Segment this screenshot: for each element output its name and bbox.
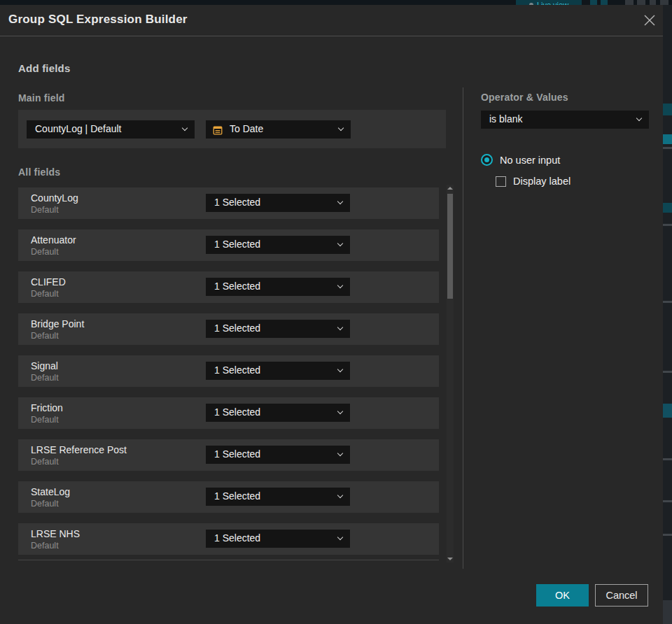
field-row: Friction Default 1 Selected	[18, 397, 439, 429]
close-button[interactable]	[640, 12, 659, 30]
main-field-select[interactable]: CountyLog | Default	[27, 120, 195, 139]
main-field-select-value: CountyLog | Default	[35, 123, 122, 134]
field-name: Attenuator	[31, 234, 76, 246]
ok-button[interactable]: OK	[536, 584, 589, 607]
field-selection-value: 1 Selected	[214, 197, 260, 208]
field-subtype: Default	[31, 457, 59, 467]
field-selection-select[interactable]: 1 Selected	[206, 278, 350, 296]
chevron-down-icon	[337, 325, 343, 330]
chevron-down-icon	[337, 534, 343, 540]
chevron-down-icon	[337, 367, 343, 372]
background-app-right-strip	[663, 5, 672, 624]
background-fragment	[663, 500, 672, 502]
all-fields-list: CountyLog Default 1 Selected Attenuator …	[18, 187, 439, 560]
checkbox-icon[interactable]	[496, 176, 506, 187]
background-fragment	[663, 458, 672, 460]
background-fragment	[590, 0, 597, 5]
main-field-panel: CountyLog | Default To Date	[18, 110, 446, 148]
main-field-label: Main field	[18, 92, 65, 104]
field-selection-value: 1 Selected	[214, 532, 260, 544]
no-user-input-option[interactable]: No user input	[481, 154, 560, 166]
display-label-option[interactable]: Display label	[496, 176, 570, 187]
field-selection-select[interactable]: 1 Selected	[206, 530, 350, 548]
background-fragment	[650, 0, 656, 5]
field-subtype: Default	[31, 415, 59, 425]
field-row: CountyLog Default 1 Selected	[18, 187, 439, 219]
dialog-header: Group SQL Expression Builder	[0, 5, 663, 36]
field-selection-select[interactable]: 1 Selected	[206, 404, 350, 422]
field-subtype: Default	[31, 205, 59, 215]
scroll-down-icon[interactable]	[447, 558, 453, 560]
background-fragment	[663, 104, 672, 115]
background-fragment	[663, 224, 672, 226]
scroll-up-icon[interactable]	[447, 187, 453, 190]
field-name: CLIFED	[31, 276, 66, 288]
background-fragment	[663, 203, 672, 213]
background-app-top-strip: Live view	[0, 0, 672, 5]
field-name: Signal	[31, 360, 58, 371]
background-fragment	[663, 600, 672, 624]
field-subtype: Default	[31, 373, 59, 383]
group-sql-expression-builder-dialog: Group SQL Expression Builder Add fields …	[0, 5, 663, 624]
no-user-input-label: No user input	[500, 155, 560, 166]
field-row: LRSE NHS Default 1 Selected	[18, 523, 439, 555]
main-field-value-select[interactable]: To Date	[206, 120, 351, 139]
field-name: Friction	[31, 402, 63, 413]
calendar-date-icon	[212, 124, 223, 135]
field-name: StateLog	[31, 486, 70, 497]
radio-button-icon[interactable]	[481, 154, 493, 166]
field-selection-select[interactable]: 1 Selected	[206, 446, 350, 464]
scrollbar-thumb[interactable]	[447, 194, 453, 299]
background-fragment	[663, 147, 672, 149]
field-name: CountyLog	[31, 192, 78, 204]
cancel-button[interactable]: Cancel	[595, 584, 648, 607]
chevron-down-icon	[337, 409, 343, 414]
field-selection-value: 1 Selected	[214, 364, 260, 376]
chevron-down-icon	[338, 125, 344, 131]
field-subtype: Default	[31, 289, 59, 299]
all-fields-label: All fields	[18, 166, 60, 178]
field-row: Bridge Point Default 1 Selected	[18, 313, 439, 345]
field-selection-select[interactable]: 1 Selected	[206, 236, 350, 254]
chevron-down-icon	[337, 492, 343, 498]
field-row: StateLog Default 1 Selected	[18, 481, 439, 513]
background-fragment	[663, 404, 672, 418]
background-fragment	[660, 0, 668, 5]
field-selection-value: 1 Selected	[214, 448, 260, 460]
all-fields-scrollbar[interactable]	[447, 185, 454, 562]
field-selection-select[interactable]: 1 Selected	[206, 488, 350, 506]
field-subtype: Default	[31, 331, 59, 341]
field-row: Signal Default 1 Selected	[18, 355, 439, 387]
chevron-down-icon	[337, 241, 343, 246]
field-subtype: Default	[31, 499, 59, 509]
field-name: LRSE Reference Post	[31, 444, 127, 455]
field-row: Attenuator Default 1 Selected	[18, 229, 439, 261]
main-field-value-select-value: To Date	[230, 123, 263, 134]
field-selection-value: 1 Selected	[214, 490, 260, 502]
display-label-label: Display label	[513, 176, 570, 187]
chevron-down-icon	[636, 115, 642, 121]
add-fields-heading: Add fields	[18, 62, 71, 74]
field-selection-value: 1 Selected	[214, 322, 260, 334]
field-subtype: Default	[31, 541, 59, 551]
operator-select-value: is blank	[489, 113, 522, 125]
background-fragment	[663, 134, 672, 144]
background-fragment	[601, 0, 608, 5]
live-view-button[interactable]: Live view	[516, 0, 582, 5]
background-fragment	[663, 371, 672, 373]
field-selection-value: 1 Selected	[214, 406, 260, 418]
field-subtype: Default	[31, 247, 59, 257]
field-row: LRSE Reference Post Default 1 Selected	[18, 439, 439, 471]
field-selection-select[interactable]: 1 Selected	[206, 194, 350, 212]
background-fragment	[637, 0, 645, 5]
operator-values-label: Operator & Values	[481, 92, 568, 103]
field-selection-value: 1 Selected	[214, 239, 260, 250]
field-selection-select[interactable]: 1 Selected	[206, 320, 350, 338]
dialog-title: Group SQL Expression Builder	[8, 13, 188, 27]
field-selection-select[interactable]: 1 Selected	[206, 362, 350, 380]
operator-select[interactable]: is blank	[481, 111, 649, 129]
background-fragment	[663, 301, 672, 303]
background-fragment	[625, 0, 634, 5]
chevron-down-icon	[182, 125, 188, 131]
chevron-down-icon	[337, 283, 343, 288]
